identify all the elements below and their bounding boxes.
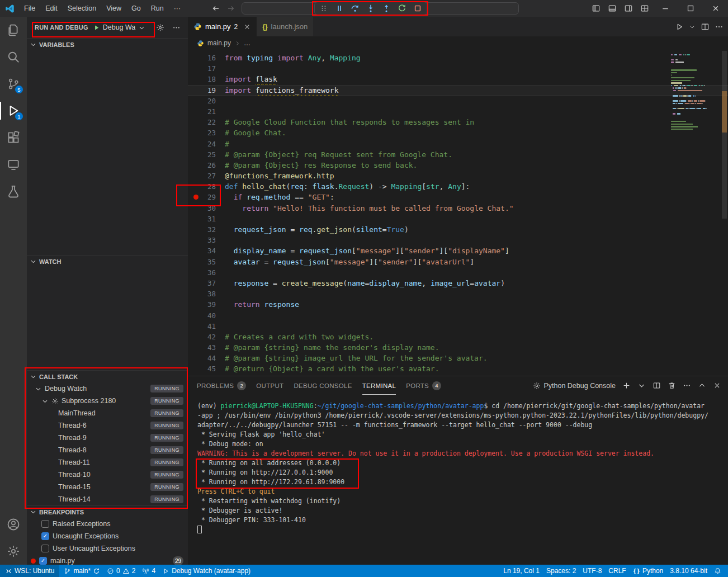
line-number[interactable]: 38 <box>188 288 225 299</box>
callstack-item-thread-6[interactable]: Thread-6RUNNING <box>27 419 188 432</box>
debug-session[interactable]: Debug Watch (avatar-app) <box>159 565 254 577</box>
section-breakpoints[interactable]: BREAKPOINTS <box>27 505 188 518</box>
menu-edit[interactable]: Edit <box>40 0 63 17</box>
code-line-16[interactable]: 16from typing import Any, Mapping <box>188 53 728 63</box>
code-line-24[interactable]: 24# <box>188 139 728 149</box>
line-number[interactable]: 21 <box>188 106 225 117</box>
chev-up-icon[interactable] <box>696 380 707 391</box>
line-number[interactable]: 42 <box>188 332 225 342</box>
callstack-item-thread-9[interactable]: Thread-9RUNNING <box>27 432 188 444</box>
pause-icon[interactable] <box>332 3 347 14</box>
line-number[interactable]: 43 <box>188 342 225 353</box>
line-number[interactable]: 16 <box>188 53 225 63</box>
line-number[interactable]: 41 <box>188 321 225 332</box>
menu-view[interactable]: View <box>101 0 126 17</box>
code-line-19[interactable]: 19import functions_framework <box>188 85 728 96</box>
close-icon[interactable] <box>243 23 251 31</box>
code-line-17[interactable]: 17 <box>188 63 728 74</box>
code-line-40[interactable]: 40 <box>188 310 728 321</box>
line-number[interactable]: 18 <box>188 74 225 84</box>
code-line-25[interactable]: 25# @param {Object} req Request sent fro… <box>188 149 728 160</box>
menu-run[interactable]: Run <box>146 0 169 17</box>
section-watch[interactable]: WATCH <box>27 255 188 267</box>
section-variables[interactable]: VARIABLES <box>27 38 188 50</box>
menu-file[interactable]: File <box>19 0 40 17</box>
breakpoint-item-raised-exceptions[interactable]: Raised Exceptions <box>27 518 188 530</box>
line-number[interactable]: 17 <box>188 63 225 74</box>
step-out-icon[interactable] <box>379 3 394 14</box>
split-icon[interactable] <box>651 380 662 391</box>
code-line-33[interactable]: 33 <box>188 235 728 245</box>
debug-config-picker[interactable]: Debug Wa <box>93 23 146 31</box>
callstack-item-debug-watch[interactable]: Debug WatchRUNNING <box>27 382 188 395</box>
layout-sidebar-icon[interactable] <box>588 0 604 17</box>
code-line-28[interactable]: 28def hello_chat(req: flask.Request) -> … <box>188 181 728 192</box>
code-line-21[interactable]: 21 <box>188 106 728 117</box>
line-number[interactable]: 44 <box>188 353 225 363</box>
checkbox[interactable] <box>41 520 49 528</box>
code-line-43[interactable]: 43# @param {string} name the sender's di… <box>188 342 728 353</box>
indentation[interactable]: Spaces: 2 <box>543 565 579 577</box>
line-number[interactable]: 29 <box>188 192 225 202</box>
chev-down-icon[interactable] <box>636 380 647 391</box>
layout-secondary-icon[interactable] <box>620 0 636 17</box>
checkbox[interactable] <box>41 545 49 552</box>
code-line-18[interactable]: 18import flask <box>188 74 728 84</box>
line-number[interactable]: 35 <box>188 257 225 267</box>
breadcrumb-item[interactable]: main.py <box>207 39 231 47</box>
code-line-45[interactable]: 45# @return {Object} a card with the use… <box>188 363 728 374</box>
line-number[interactable]: 19 <box>188 85 225 96</box>
activity-settings[interactable] <box>0 538 27 565</box>
line-number[interactable]: 45 <box>188 363 225 374</box>
line-number[interactable]: 27 <box>188 171 225 181</box>
line-number[interactable]: 22 <box>188 117 225 127</box>
maximize-button[interactable] <box>678 0 703 17</box>
remote-indicator[interactable]: WSL: Ubuntu <box>0 565 59 577</box>
tab-launch-json[interactable]: {}launch.json <box>257 17 314 36</box>
step-over-icon[interactable] <box>348 3 362 14</box>
layout-panel-icon[interactable] <box>604 0 620 17</box>
layout-grid-icon[interactable] <box>636 0 653 17</box>
code-line-39[interactable]: 39 return response <box>188 299 728 310</box>
callstack-item-thread-14[interactable]: Thread-14RUNNING <box>27 493 188 505</box>
panel-tab-debug-console[interactable]: DEBUG CONSOLE <box>294 376 352 395</box>
activity-run-and-debug[interactable]: 1 <box>0 97 27 124</box>
callstack-item-thread-8[interactable]: Thread-8RUNNING <box>27 444 188 456</box>
menu-more[interactable]: ··· <box>169 0 186 17</box>
code-line-38[interactable]: 38 <box>188 288 728 299</box>
line-number[interactable]: 33 <box>188 235 225 245</box>
code-line-27[interactable]: 27@functions_framework.http <box>188 171 728 181</box>
step-into-icon[interactable] <box>363 3 378 14</box>
line-number[interactable]: 23 <box>188 127 225 138</box>
line-number[interactable]: 39 <box>188 299 225 310</box>
problems[interactable]: 02 <box>103 565 139 577</box>
panel-tab-output[interactable]: OUTPUT <box>256 376 283 395</box>
line-number[interactable]: 40 <box>188 310 225 321</box>
minimize-button[interactable] <box>653 0 678 17</box>
forwarded-ports[interactable]: 4 <box>139 565 159 577</box>
breadcrumb-item[interactable]: … <box>244 39 250 47</box>
code-line-30[interactable]: 30 return "Hello! This function must be … <box>188 203 728 214</box>
line-number[interactable]: 31 <box>188 214 225 224</box>
code-line-32[interactable]: 32 request_json = req.get_json(silent=Tr… <box>188 224 728 235</box>
panel-tab-ports[interactable]: PORTS4 <box>406 376 441 395</box>
split-icon[interactable] <box>701 22 710 31</box>
run-button[interactable] <box>675 22 684 31</box>
breakpoint-item-user-uncaught-exceptions[interactable]: User Uncaught Exceptions <box>27 542 188 555</box>
code-line-20[interactable]: 20 <box>188 96 728 106</box>
activity-remote-explorer[interactable] <box>0 151 27 178</box>
code-line-44[interactable]: 44# @param {string} image_url the URL fo… <box>188 353 728 363</box>
callstack-item-thread-15[interactable]: Thread-15RUNNING <box>27 481 188 493</box>
code-line-22[interactable]: 22# Google Cloud Function that responds … <box>188 117 728 127</box>
grip-icon[interactable] <box>316 3 331 14</box>
line-number[interactable]: 26 <box>188 160 225 171</box>
code-line-34[interactable]: 34 display_name = request_json["message"… <box>188 245 728 256</box>
activity-search[interactable] <box>0 44 27 70</box>
scrollbar-thumb[interactable] <box>722 51 727 219</box>
more-icon[interactable] <box>715 22 724 31</box>
line-number[interactable]: 36 <box>188 267 225 278</box>
minimap[interactable] <box>671 53 719 130</box>
language-mode[interactable]: {}Python <box>630 565 667 577</box>
tab-main-py[interactable]: main.py2 <box>188 17 257 36</box>
close-icon[interactable] <box>711 380 722 391</box>
